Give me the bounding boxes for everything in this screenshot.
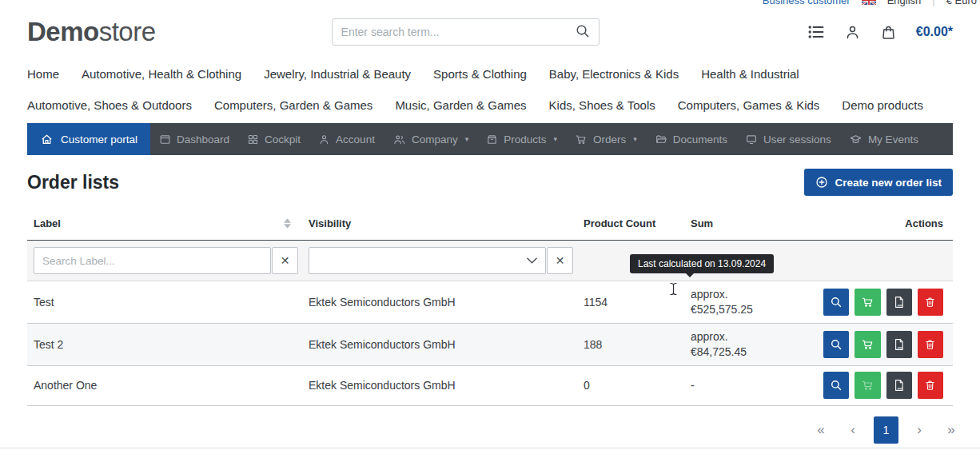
bag-icon[interactable] bbox=[880, 24, 897, 41]
user-icon bbox=[318, 133, 330, 145]
add-to-cart-button-disabled[interactable] bbox=[855, 372, 880, 399]
portal-tab-customer-portal[interactable]: Customer portal bbox=[27, 123, 150, 155]
view-order-list-button[interactable] bbox=[823, 289, 849, 316]
cell-visibility: Ektek Semiconductors GmbH bbox=[302, 296, 577, 309]
portal-tab-account[interactable]: Account bbox=[309, 123, 384, 155]
nav-item[interactable]: Music, Garden & Games bbox=[395, 98, 526, 112]
pagination-last-button[interactable]: » bbox=[940, 416, 962, 444]
nav-item[interactable]: Demo products bbox=[842, 98, 923, 112]
trash-icon bbox=[924, 379, 936, 392]
portal-tab-documents[interactable]: Documents bbox=[646, 123, 736, 155]
pagination-page-1[interactable]: 1 bbox=[874, 416, 898, 444]
order-lists-table: Label Visibility Product Count Sum Actio… bbox=[0, 208, 980, 406]
table-header-row: Label Visibility Product Count Sum Actio… bbox=[27, 208, 953, 241]
cart-total[interactable]: €0.00* bbox=[916, 25, 953, 39]
svg-text:csv: csv bbox=[898, 345, 903, 349]
chevron-down-icon bbox=[527, 257, 537, 264]
cart-icon bbox=[861, 338, 874, 351]
portal-tab-cockpit[interactable]: Cockpit bbox=[238, 123, 309, 155]
language-selector[interactable]: English bbox=[887, 0, 922, 6]
export-csv-button[interactable]: csv bbox=[886, 289, 912, 316]
view-order-list-button[interactable] bbox=[823, 372, 849, 399]
users-icon bbox=[392, 133, 406, 145]
clear-label-filter-button[interactable]: ✕ bbox=[272, 247, 298, 274]
nav-item[interactable]: Baby, Electronics & Kids bbox=[549, 67, 679, 81]
svg-text:csv: csv bbox=[898, 386, 903, 390]
search-bar bbox=[332, 18, 600, 46]
search-input[interactable] bbox=[341, 26, 575, 38]
export-csv-button[interactable]: csv bbox=[886, 372, 912, 399]
trash-icon bbox=[924, 296, 936, 309]
trash-icon bbox=[924, 338, 936, 351]
cart-icon bbox=[575, 133, 588, 145]
cell-label: Test 2 bbox=[27, 338, 302, 351]
search-icon[interactable] bbox=[575, 23, 590, 42]
pagination-first-button[interactable]: « bbox=[810, 416, 832, 444]
sort-icon[interactable] bbox=[284, 218, 291, 229]
cart-icon bbox=[861, 296, 874, 309]
label-filter-input[interactable] bbox=[34, 247, 271, 274]
category-nav-row2: Automotive, Shoes & Outdoors Computers, … bbox=[0, 98, 980, 112]
portal-tab-products[interactable]: Products ▾ bbox=[477, 123, 566, 155]
add-to-cart-button[interactable] bbox=[855, 331, 880, 358]
nav-item[interactable]: Computers, Garden & Games bbox=[214, 98, 372, 112]
cart-icon bbox=[861, 379, 874, 392]
column-header-product-count: Product Count bbox=[577, 217, 684, 229]
cell-visibility: Ektek Semiconductors GmbH bbox=[302, 338, 577, 351]
cell-sum: - bbox=[684, 372, 817, 399]
visibility-filter-select[interactable] bbox=[309, 247, 546, 274]
cell-product-count: 1154 bbox=[577, 296, 684, 309]
category-nav-row1: Home Automotive, Health & Clothing Jewel… bbox=[0, 67, 980, 81]
divider: | bbox=[932, 0, 934, 6]
column-header-visibility: Visibility bbox=[302, 217, 577, 229]
graduation-cap-icon bbox=[849, 133, 862, 145]
nav-item[interactable]: Computers, Games & Kids bbox=[678, 98, 820, 112]
delete-order-list-button[interactable] bbox=[918, 331, 943, 358]
delete-order-list-button[interactable] bbox=[918, 372, 943, 399]
currency-selector[interactable]: € Euro bbox=[946, 0, 977, 6]
cell-sum: approx. €84,725.45 bbox=[684, 324, 817, 365]
column-header-sum: Sum bbox=[684, 217, 817, 229]
store-logo[interactable]: Demostore bbox=[27, 17, 156, 47]
table-row: Another One Ektek Semiconductors GmbH 0 … bbox=[27, 366, 953, 406]
cell-label: Another One bbox=[27, 379, 302, 392]
portal-nav-bar: Customer portal Dashboard Cockpit Accoun… bbox=[27, 123, 953, 155]
portal-tab-company[interactable]: Company ▾ bbox=[384, 123, 477, 155]
user-icon[interactable] bbox=[844, 24, 861, 41]
portal-tab-dashboard[interactable]: Dashboard bbox=[150, 123, 238, 155]
svg-text:csv: csv bbox=[898, 302, 903, 306]
pagination: « ‹ 1 › » bbox=[0, 416, 980, 444]
nav-item-home[interactable]: Home bbox=[27, 67, 59, 81]
export-csv-button[interactable]: csv bbox=[886, 331, 912, 358]
nav-item[interactable]: Automotive, Shoes & Outdoors bbox=[27, 98, 192, 112]
nav-item[interactable]: Sports & Clothing bbox=[433, 67, 527, 81]
cell-label: Test bbox=[27, 296, 302, 309]
table-row: Test Ektek Semiconductors GmbH 1154 appr… bbox=[27, 281, 953, 324]
footer-divider bbox=[0, 448, 980, 448]
portal-tab-orders[interactable]: Orders ▾ bbox=[566, 123, 646, 155]
nav-item[interactable]: Automotive, Health & Clothing bbox=[82, 67, 241, 81]
view-order-list-button[interactable] bbox=[823, 331, 849, 358]
csv-file-icon: csv bbox=[892, 337, 906, 352]
add-to-cart-button[interactable] bbox=[855, 289, 880, 316]
portal-tab-user-sessions[interactable]: User sessions bbox=[736, 123, 840, 155]
create-new-order-list-button[interactable]: Create new order list bbox=[804, 169, 953, 196]
cell-product-count: 188 bbox=[577, 338, 684, 351]
delete-order-list-button[interactable] bbox=[918, 289, 943, 316]
column-header-actions: Actions bbox=[817, 217, 953, 229]
table-row: Test 2 Ektek Semiconductors GmbH 188 app… bbox=[27, 324, 953, 366]
window-icon bbox=[159, 133, 171, 145]
pagination-next-button[interactable]: › bbox=[908, 416, 930, 444]
pagination-prev-button[interactable]: ‹ bbox=[842, 416, 864, 444]
portal-tab-my-events[interactable]: My Events bbox=[840, 123, 927, 155]
list-icon[interactable] bbox=[807, 24, 825, 40]
home-icon bbox=[40, 133, 54, 146]
nav-item[interactable]: Kids, Shoes & Tools bbox=[549, 98, 655, 112]
business-customer-link[interactable]: Business customer bbox=[763, 0, 851, 6]
grid-icon bbox=[247, 133, 259, 145]
nav-item[interactable]: Health & Industrial bbox=[701, 67, 799, 81]
last-calculated-tooltip: Last calculated on 13.09.2024 bbox=[630, 254, 774, 273]
nav-item[interactable]: Jewelry, Industrial & Beauty bbox=[264, 67, 411, 81]
clear-visibility-filter-button[interactable]: ✕ bbox=[547, 247, 573, 274]
column-header-label: Label bbox=[34, 217, 61, 229]
